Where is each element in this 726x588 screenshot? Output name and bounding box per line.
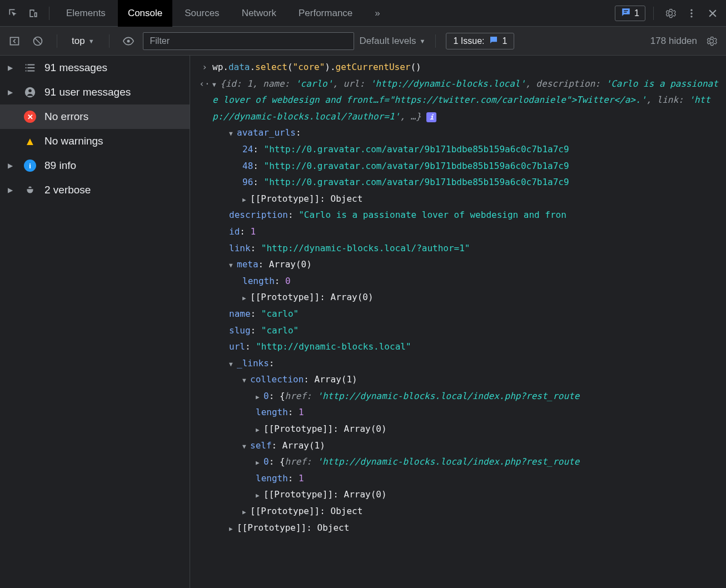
tab-elements[interactable]: Elements — [56, 0, 116, 27]
chevron-down-icon: ▼ — [88, 38, 95, 44]
message-icon — [489, 36, 498, 47]
object-property[interactable]: name: "carlo" — [190, 306, 726, 322]
more-icon[interactable] — [683, 4, 700, 22]
clear-console-icon[interactable] — [29, 32, 47, 50]
sidebar-item-user-messages[interactable]: 91 user messages — [0, 80, 190, 104]
svg-point-1 — [690, 12, 692, 14]
expand-icon[interactable] — [229, 359, 237, 370]
tab-performance[interactable]: Performance — [289, 0, 362, 27]
object-property[interactable]: collection: Array(1) — [190, 371, 726, 388]
devtools-tabs-bar: Elements Console Sources Network Perform… — [0, 0, 726, 27]
object-property[interactable]: length: 0 — [190, 273, 726, 290]
messages-badge[interactable]: 1 — [615, 6, 645, 21]
context-selector[interactable]: top ▼ — [67, 36, 99, 47]
expand-icon[interactable] — [256, 457, 263, 469]
object-property[interactable]: meta: Array(0) — [190, 256, 726, 273]
console-result-line[interactable]: ‹· {id: 1, name: 'carlo', url: 'http://d… — [190, 76, 726, 125]
object-property[interactable]: link: "http://dynamic-blocks.local/?auth… — [190, 240, 726, 257]
expand-icon[interactable] — [212, 79, 220, 91]
object-property[interactable]: [[Prototype]]: Array(0) — [190, 486, 726, 503]
sidebar-item-info[interactable]: i 89 info — [0, 153, 190, 178]
object-property[interactable]: 0: {href: 'http://dynamic-blocks.local/i… — [190, 454, 726, 470]
expand-icon[interactable] — [8, 186, 16, 194]
messages-badge-count: 1 — [634, 8, 639, 18]
object-property[interactable]: length: 1 — [190, 404, 726, 421]
expand-icon[interactable] — [229, 524, 237, 535]
expand-icon[interactable] — [256, 392, 263, 403]
sidebar-toggle-icon[interactable] — [6, 32, 23, 50]
object-property[interactable]: id: 1 — [190, 223, 726, 240]
expand-icon[interactable] — [8, 162, 16, 170]
sidebar-item-label: 91 messages — [44, 62, 107, 74]
tabs-overflow-icon[interactable]: » — [365, 0, 390, 27]
expand-icon[interactable] — [8, 88, 16, 96]
inspect-icon[interactable] — [4, 4, 22, 22]
device-toggle-icon[interactable] — [24, 4, 42, 22]
expand-icon[interactable] — [256, 425, 263, 436]
object-property[interactable]: 0: {href: 'http://dynamic-blocks.local/i… — [190, 388, 726, 405]
svg-point-5 — [127, 39, 130, 42]
live-expression-icon[interactable] — [120, 32, 137, 50]
object-property[interactable]: _links: — [190, 355, 726, 372]
expand-icon[interactable] — [242, 375, 250, 386]
console-input-line[interactable]: › wp.data.select("core").getCurrentUser(… — [190, 59, 726, 76]
console-settings-icon[interactable] — [703, 32, 720, 50]
sidebar-item-warnings[interactable]: ▲ No warnings — [0, 129, 190, 153]
sidebar-item-label: No warnings — [44, 135, 103, 147]
console-toolbar: top ▼ Default levels ▼ 1 Issue: 1 178 hi… — [0, 27, 726, 56]
object-property[interactable]: length: 1 — [190, 470, 726, 487]
object-property[interactable]: [[Prototype]]: Object — [190, 191, 726, 207]
object-property[interactable]: description: "Carlo is a passionate love… — [190, 207, 726, 223]
object-property[interactable]: slug: "carlo" — [190, 322, 726, 339]
hidden-count[interactable]: 178 hidden — [650, 36, 697, 47]
log-levels-selector[interactable]: Default levels ▼ — [360, 36, 426, 47]
user-icon — [23, 86, 37, 99]
expand-icon[interactable] — [242, 195, 250, 206]
object-property[interactable]: [[Prototype]]: Object — [190, 503, 726, 520]
sidebar-item-messages[interactable]: 91 messages — [0, 56, 190, 80]
settings-icon[interactable] — [662, 4, 679, 22]
expand-icon[interactable] — [242, 441, 250, 452]
svg-rect-3 — [11, 37, 19, 44]
bug-icon — [23, 183, 37, 197]
info-icon: i — [23, 159, 37, 172]
console-sidebar: 91 messages 91 user messages ✕ No errors… — [0, 56, 190, 588]
expand-icon[interactable] — [8, 64, 16, 72]
sidebar-item-label: No errors — [44, 111, 88, 123]
svg-point-2 — [690, 16, 692, 17]
svg-point-7 — [28, 89, 32, 93]
object-property[interactable]: 24: "http://0.gravatar.com/avatar/9b171b… — [190, 141, 726, 158]
sidebar-item-label: 89 info — [44, 160, 76, 172]
error-icon: ✕ — [23, 110, 37, 123]
sidebar-item-label: 91 user messages — [44, 86, 131, 98]
object-property[interactable]: url: "http://dynamic-blocks.local" — [190, 338, 726, 355]
object-property[interactable]: [[Prototype]]: Array(0) — [190, 421, 726, 437]
object-property[interactable]: 48: "http://0.gravatar.com/avatar/9b171b… — [190, 158, 726, 175]
warning-icon: ▲ — [23, 134, 37, 148]
expand-icon[interactable] — [242, 293, 250, 304]
object-property[interactable]: [[Prototype]]: Array(0) — [190, 289, 726, 306]
svg-point-0 — [690, 9, 692, 11]
issues-counter[interactable]: 1 Issue: 1 — [446, 33, 514, 49]
sidebar-item-errors[interactable]: ✕ No errors — [0, 104, 190, 129]
list-icon — [23, 61, 37, 74]
expand-icon[interactable] — [229, 260, 237, 271]
object-property[interactable]: self: Array(1) — [190, 437, 726, 454]
expand-icon[interactable] — [242, 507, 250, 518]
tab-network[interactable]: Network — [232, 0, 286, 27]
message-icon — [621, 7, 631, 19]
tab-console[interactable]: Console — [118, 0, 172, 27]
console-output: › wp.data.select("core").getCurrentUser(… — [190, 56, 726, 588]
filter-input[interactable] — [143, 32, 354, 50]
expand-icon[interactable] — [229, 128, 237, 139]
chevron-down-icon: ▼ — [420, 38, 426, 44]
object-property[interactable]: avatar_urls: — [190, 124, 726, 141]
sidebar-item-verbose[interactable]: 2 verbose — [0, 178, 190, 202]
info-badge-icon[interactable]: i — [426, 112, 436, 122]
expand-icon[interactable] — [256, 490, 263, 501]
sidebar-item-label: 2 verbose — [44, 184, 91, 196]
close-icon[interactable] — [704, 4, 722, 22]
tab-sources[interactable]: Sources — [175, 0, 229, 27]
object-property[interactable]: 96: "http://0.gravatar.com/avatar/9b171b… — [190, 174, 726, 191]
object-property[interactable]: [[Prototype]]: Object — [190, 520, 726, 536]
